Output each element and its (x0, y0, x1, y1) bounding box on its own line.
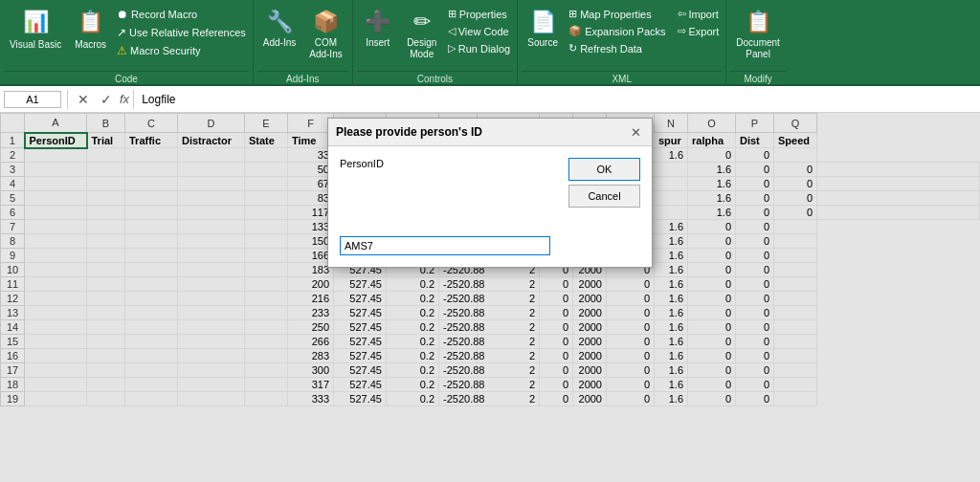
ribbon: 📊 Visual Basic 📋 Macros ⏺ Record Macro ↗… (0, 0, 980, 86)
ribbon-section-modify: 📋 DocumentPanel Modify (726, 0, 790, 84)
formula-input[interactable]: Logfile (138, 91, 976, 108)
document-panel-label: DocumentPanel (736, 37, 780, 60)
insert-icon: ➕ (363, 7, 393, 37)
com-add-ins-icon: 📦 (310, 7, 341, 37)
add-ins-icon: 🔧 (264, 7, 295, 37)
spreadsheet-container: A B C D E F G H I J K L M N O P Q (0, 113, 980, 482)
controls-section-label: Controls (357, 71, 513, 84)
document-panel-icon: 📋 (743, 7, 773, 37)
formula-bar-separator (67, 90, 68, 109)
run-dialog-label: Run Dialog (458, 43, 510, 55)
formula-bar: ✕ ✓ fx Logfile (0, 86, 980, 113)
visual-basic-button[interactable]: 📊 Visual Basic (4, 4, 67, 54)
insert-label: Insert (366, 37, 390, 48)
confirm-formula-btn[interactable]: ✓ (97, 90, 116, 109)
properties-button[interactable]: ⊞ Properties (445, 6, 513, 22)
source-button[interactable]: 📄 Source (522, 4, 564, 51)
source-icon: 📄 (527, 7, 558, 37)
macros-icon: 📋 (76, 7, 106, 37)
document-panel-button[interactable]: 📋 DocumentPanel (730, 4, 786, 63)
refresh-data-label: Refresh Data (580, 43, 642, 55)
map-properties-icon: ⊞ (568, 8, 577, 20)
relative-refs-icon: ↗ (117, 26, 126, 39)
export-label: Export (689, 26, 720, 37)
expansion-packs-button[interactable]: 📦 Expansion Packs (566, 23, 668, 39)
properties-label: Properties (459, 9, 507, 20)
relative-refs-label: Use Relative References (129, 27, 246, 38)
refresh-data-icon: ↻ (568, 42, 577, 55)
visual-basic-icon: 📊 (20, 7, 51, 37)
macros-label: Macros (75, 39, 106, 51)
dialog-field-label: PersonID (340, 158, 559, 169)
com-add-ins-button[interactable]: 📦 COMAdd-Ins (303, 4, 347, 63)
cancel-formula-btn[interactable]: ✕ (74, 90, 93, 109)
import-button[interactable]: ⇦ Import (675, 6, 723, 22)
modify-section-label: Modify (730, 71, 786, 84)
ribbon-section-controls: ➕ Insert ✏ DesignMode ⊞ Properties ◁ Vie… (353, 0, 518, 84)
dialog-overlay: Please provide person's ID ✕ PersonID OK… (0, 113, 980, 482)
addins-section-label: Add-Ins (257, 71, 348, 84)
ribbon-section-code: 📊 Visual Basic 📋 Macros ⏺ Record Macro ↗… (0, 0, 254, 84)
view-code-button[interactable]: ◁ View Code (445, 23, 513, 39)
design-mode-icon: ✏ (407, 7, 437, 37)
dialog-body: PersonID OK Cancel (328, 146, 652, 267)
import-icon: ⇦ (678, 8, 686, 20)
map-properties-button[interactable]: ⊞ Map Properties (566, 6, 668, 22)
import-label: Import (689, 9, 719, 20)
macro-security-label: Macro Security (130, 45, 200, 56)
relative-refs-button[interactable]: ↗ Use Relative References (114, 24, 249, 41)
dialog-ok-button[interactable]: OK (568, 158, 640, 181)
view-code-icon: ◁ (448, 25, 456, 37)
fx-label: fx (120, 92, 129, 106)
expansion-packs-icon: 📦 (568, 25, 582, 37)
dialog-close-button[interactable]: ✕ (627, 123, 644, 141)
visual-basic-label: Visual Basic (10, 39, 61, 51)
dialog-title-bar: Please provide person's ID ✕ (328, 119, 652, 146)
add-ins-button[interactable]: 🔧 Add-Ins (257, 4, 301, 51)
export-button[interactable]: ⇨ Export (675, 23, 723, 39)
record-macro-label: Record Macro (131, 9, 197, 20)
macro-security-icon: ⚠ (117, 44, 127, 57)
design-mode-label: DesignMode (407, 37, 436, 60)
xml-section-label: XML (522, 71, 722, 84)
run-dialog-icon: ▷ (448, 42, 456, 55)
com-add-ins-label: COMAdd-Ins (309, 37, 342, 60)
dialog-cancel-button[interactable]: Cancel (568, 185, 640, 208)
name-box[interactable] (4, 91, 61, 108)
record-macro-button[interactable]: ⏺ Record Macro (114, 6, 249, 23)
code-section-label: Code (4, 71, 249, 84)
formula-bar-separator2 (133, 90, 134, 109)
refresh-data-button[interactable]: ↻ Refresh Data (566, 40, 668, 56)
export-icon: ⇨ (678, 25, 686, 37)
properties-icon: ⊞ (448, 8, 457, 20)
view-code-label: View Code (458, 26, 509, 37)
dialog-title: Please provide person's ID (336, 125, 482, 139)
insert-button[interactable]: ➕ Insert (357, 4, 399, 51)
source-label: Source (527, 37, 558, 48)
run-dialog-button[interactable]: ▷ Run Dialog (445, 40, 513, 56)
expansion-packs-label: Expansion Packs (585, 26, 665, 37)
add-ins-label: Add-Ins (263, 37, 296, 48)
ribbon-section-addins: 🔧 Add-Ins 📦 COMAdd-Ins Add-Ins (254, 0, 353, 84)
macros-button[interactable]: 📋 Macros (69, 4, 112, 54)
design-mode-button[interactable]: ✏ DesignMode (401, 4, 443, 63)
dialog: Please provide person's ID ✕ PersonID OK… (327, 118, 653, 268)
dialog-personid-input[interactable] (340, 236, 550, 255)
map-properties-label: Map Properties (580, 9, 652, 20)
ribbon-section-xml: 📄 Source ⊞ Map Properties 📦 Expansion Pa… (518, 0, 726, 84)
macro-security-button[interactable]: ⚠ Macro Security (114, 42, 249, 59)
record-macro-icon: ⏺ (117, 8, 128, 21)
dialog-buttons: OK Cancel (568, 158, 640, 208)
